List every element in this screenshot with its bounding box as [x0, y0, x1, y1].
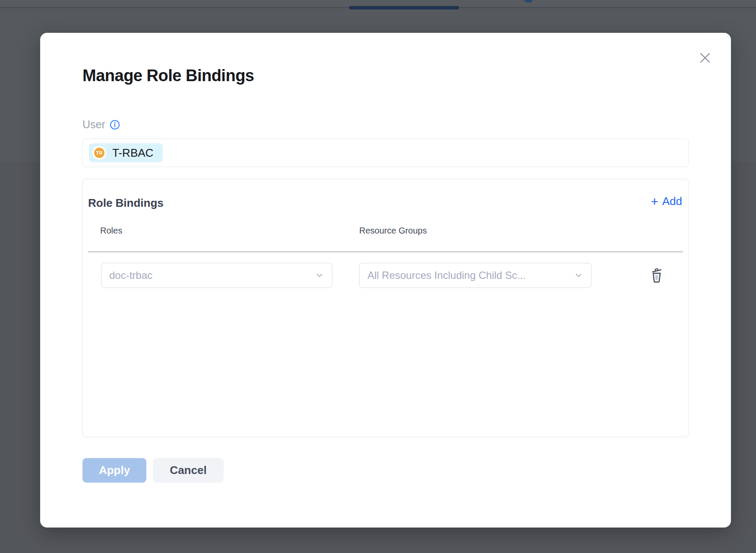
close-icon: [697, 50, 713, 66]
role-bindings-heading: Role Bindings: [88, 196, 164, 210]
user-field[interactable]: TR T-RBAC: [82, 139, 689, 167]
resource-group-select[interactable]: All Resources Including Child Sc...: [359, 263, 592, 288]
user-avatar: TR: [92, 146, 106, 160]
table-header-divider: [88, 252, 683, 252]
add-button-label: Add: [662, 195, 682, 208]
column-header-roles: Roles: [100, 226, 122, 236]
user-chip: TR T-RBAC: [89, 143, 163, 162]
chevron-down-icon: [574, 271, 583, 280]
column-header-resource-groups: Resource Groups: [359, 226, 427, 236]
role-select[interactable]: doc-trbac: [101, 263, 332, 288]
trash-icon: [648, 267, 665, 284]
chevron-down-icon: [315, 271, 324, 280]
user-label-row: User: [82, 118, 120, 131]
role-select-value: doc-trbac: [109, 269, 152, 281]
cancel-button[interactable]: Cancel: [153, 458, 224, 483]
manage-role-bindings-dialog: Manage Role Bindings User TR T-RBAC Role…: [40, 33, 731, 528]
user-label: User: [82, 118, 105, 131]
apply-button[interactable]: Apply: [82, 458, 146, 483]
delete-binding-button[interactable]: [648, 266, 666, 284]
role-bindings-panel: Role Bindings + Add Roles Resource Group…: [82, 179, 689, 437]
plus-icon: +: [651, 196, 658, 207]
user-name: T-RBAC: [112, 146, 153, 160]
dialog-title: Manage Role Bindings: [82, 66, 254, 85]
resource-group-select-value: All Resources Including Child Sc...: [367, 269, 526, 281]
info-circle-icon[interactable]: [110, 120, 120, 130]
add-role-binding-button[interactable]: + Add: [651, 195, 682, 208]
close-button[interactable]: [696, 49, 714, 66]
active-tab-indicator: [349, 6, 459, 9]
